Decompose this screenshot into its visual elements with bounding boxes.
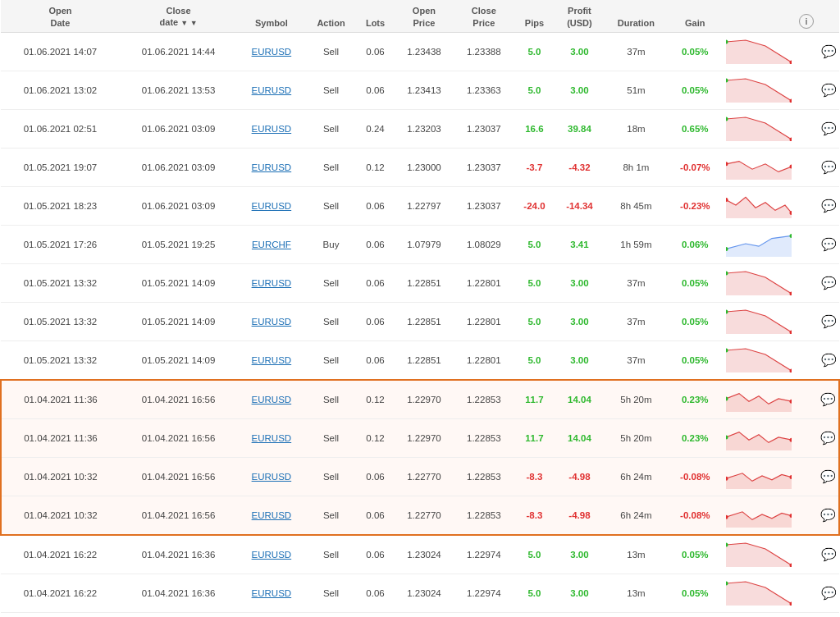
comment-cell[interactable]: 💬 xyxy=(817,535,839,574)
action: Sell xyxy=(305,574,356,612)
symbol[interactable]: EURUSD xyxy=(237,574,305,612)
comment-icon[interactable]: 💬 xyxy=(820,469,835,484)
symbol[interactable]: EURUSD xyxy=(237,457,305,496)
info-cell xyxy=(796,535,817,574)
close-date: 01.06.2021 03:09 xyxy=(120,109,237,148)
comment-icon[interactable]: 💬 xyxy=(821,199,836,213)
close-price: 1.22853 xyxy=(454,457,514,496)
close-price: 1.08029 xyxy=(454,225,514,263)
close-date: 01.05.2021 14:09 xyxy=(120,340,237,380)
open-date: 01.04.2021 16:22 xyxy=(1,574,120,612)
open-price: 1.23438 xyxy=(394,32,454,71)
duration: 6h 24m xyxy=(604,496,668,535)
close-price: 1.23037 xyxy=(454,148,514,186)
pips: 5.0 xyxy=(514,32,555,71)
pips: 5.0 xyxy=(514,225,555,263)
comment-icon[interactable]: 💬 xyxy=(820,508,835,523)
close-date: 01.04.2021 16:56 xyxy=(120,457,237,496)
close-price: 1.22974 xyxy=(454,535,514,574)
comment-cell[interactable]: 💬 xyxy=(817,496,839,535)
comment-icon[interactable]: 💬 xyxy=(820,431,835,446)
comment-cell[interactable]: 💬 xyxy=(817,380,839,419)
table-row: 01.05.2021 13:32 01.05.2021 14:09 EURUSD… xyxy=(1,263,839,302)
table-row: 01.06.2021 13:02 01.06.2021 13:53 EURUSD… xyxy=(1,71,839,109)
action: Sell xyxy=(305,148,356,186)
symbol[interactable]: EURUSD xyxy=(237,496,305,535)
lots: 0.12 xyxy=(357,418,395,457)
table-row: 01.06.2021 02:51 01.06.2021 03:09 EURUSD… xyxy=(1,109,839,148)
open-date: 01.04.2021 10:32 xyxy=(1,457,120,496)
comment-cell[interactable]: 💬 xyxy=(817,340,839,380)
comment-cell[interactable]: 💬 xyxy=(817,574,839,612)
comment-cell[interactable]: 💬 xyxy=(817,457,839,496)
comment-icon[interactable]: 💬 xyxy=(820,392,835,407)
comment-icon[interactable]: 💬 xyxy=(821,314,836,329)
comment-icon[interactable]: 💬 xyxy=(821,83,836,98)
open-price: 1.23000 xyxy=(394,148,454,186)
table-row: 01.04.2021 16:22 01.04.2021 16:36 EURUSD… xyxy=(1,574,839,612)
close-price: 1.23037 xyxy=(454,109,514,148)
comment-cell[interactable]: 💬 xyxy=(817,418,839,457)
symbol[interactable]: EURUSD xyxy=(237,109,305,148)
symbol[interactable]: EURUSD xyxy=(237,302,305,340)
table-row: 01.04.2021 14:58 01.04.2021 15:22 EURUSD… xyxy=(1,612,839,617)
symbol[interactable]: EURUSD xyxy=(237,71,305,109)
header-close-date[interactable]: Closedate ▼ xyxy=(120,0,237,32)
header-lots: Lots xyxy=(357,0,395,32)
lots: 0.12 xyxy=(357,148,395,186)
symbol[interactable]: EURUSD xyxy=(237,263,305,302)
table-body: 01.06.2021 14:07 01.06.2021 14:44 EURUSD… xyxy=(1,32,839,617)
comment-cell[interactable]: 💬 xyxy=(817,71,839,109)
symbol[interactable]: EURUSD xyxy=(237,340,305,380)
open-date: 01.04.2021 11:36 xyxy=(1,380,120,419)
close-date: 01.04.2021 16:56 xyxy=(120,496,237,535)
duration: 24m xyxy=(604,612,668,617)
comment-icon[interactable]: 💬 xyxy=(821,586,836,601)
symbol[interactable]: EURUSD xyxy=(237,148,305,186)
symbol[interactable]: EURUSD xyxy=(237,186,305,225)
chart-cell xyxy=(722,225,796,263)
symbol[interactable]: EURUSD xyxy=(237,418,305,457)
comment-cell[interactable]: 💬 xyxy=(817,148,839,186)
info-cell xyxy=(796,263,817,302)
comment-cell[interactable]: 💬 xyxy=(817,186,839,225)
symbol[interactable]: EURUSD xyxy=(237,32,305,71)
symbol[interactable]: EURUSD xyxy=(237,535,305,574)
comment-cell[interactable]: 💬 xyxy=(817,225,839,263)
lots: 0.06 xyxy=(357,186,395,225)
profit: -4.98 xyxy=(555,496,605,535)
pips: 5.0 xyxy=(514,574,555,612)
chart-cell xyxy=(722,612,796,617)
info-cell xyxy=(796,340,817,380)
duration: 6h 24m xyxy=(604,457,668,496)
profit: 14.16 xyxy=(555,612,605,617)
comment-cell[interactable]: 💬 xyxy=(817,302,839,340)
header-chart xyxy=(722,0,796,32)
pips: 5.0 xyxy=(514,302,555,340)
duration: 13m xyxy=(604,535,668,574)
symbol[interactable]: EURCHF xyxy=(237,225,305,263)
lots: 0.12 xyxy=(357,380,395,419)
header-comment xyxy=(817,0,839,32)
chart-cell xyxy=(722,71,796,109)
comment-icon[interactable]: 💬 xyxy=(821,121,836,136)
open-date: 01.05.2021 13:32 xyxy=(1,263,120,302)
lots: 0.06 xyxy=(357,302,395,340)
comment-icon[interactable]: 💬 xyxy=(821,276,836,290)
info-cell xyxy=(796,186,817,225)
comment-cell[interactable]: 💬 xyxy=(817,109,839,148)
symbol[interactable]: EURUSD xyxy=(237,380,305,419)
comment-icon[interactable]: 💬 xyxy=(821,547,836,562)
comment-icon[interactable]: 💬 xyxy=(821,237,836,252)
symbol[interactable]: EURUSD xyxy=(237,612,305,617)
close-date: 01.04.2021 16:56 xyxy=(120,380,237,419)
comment-icon[interactable]: 💬 xyxy=(821,44,836,59)
comment-icon[interactable]: 💬 xyxy=(821,353,836,368)
info-icon[interactable]: i xyxy=(799,14,814,29)
comment-cell[interactable]: 💬 xyxy=(817,612,839,617)
comment-cell[interactable]: 💬 xyxy=(817,32,839,71)
duration: 37m xyxy=(604,263,668,302)
comment-icon[interactable]: 💬 xyxy=(821,160,836,175)
comment-cell[interactable]: 💬 xyxy=(817,263,839,302)
chart-cell xyxy=(722,186,796,225)
